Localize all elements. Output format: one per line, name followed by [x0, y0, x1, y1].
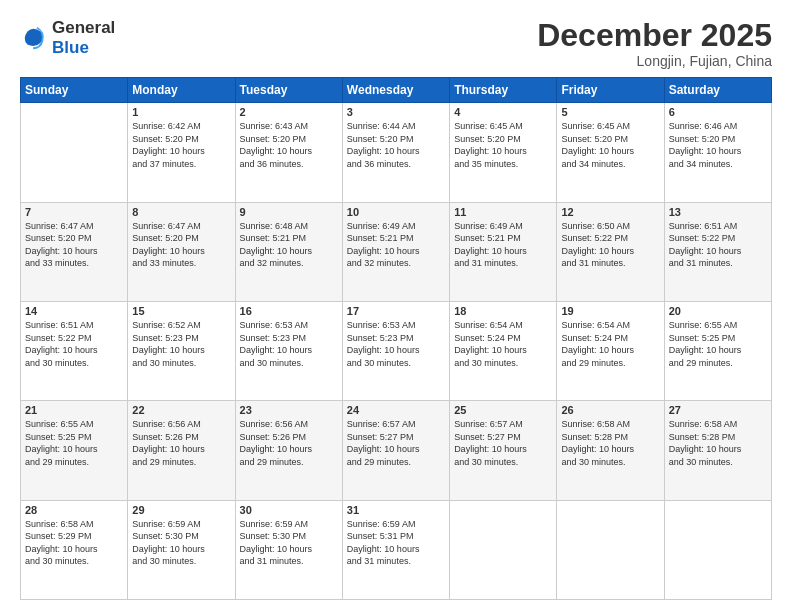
- logo-text: General Blue: [52, 18, 115, 59]
- day-number: 7: [25, 206, 123, 218]
- day-number: 31: [347, 504, 445, 516]
- day-number: 17: [347, 305, 445, 317]
- day-info: Sunrise: 6:46 AM Sunset: 5:20 PM Dayligh…: [669, 120, 767, 170]
- day-info: Sunrise: 6:42 AM Sunset: 5:20 PM Dayligh…: [132, 120, 230, 170]
- day-number: 24: [347, 404, 445, 416]
- calendar-cell: 26Sunrise: 6:58 AM Sunset: 5:28 PM Dayli…: [557, 401, 664, 500]
- day-number: 23: [240, 404, 338, 416]
- day-number: 16: [240, 305, 338, 317]
- calendar-week-row: 21Sunrise: 6:55 AM Sunset: 5:25 PM Dayli…: [21, 401, 772, 500]
- calendar-week-row: 1Sunrise: 6:42 AM Sunset: 5:20 PM Daylig…: [21, 103, 772, 202]
- day-number: 21: [25, 404, 123, 416]
- weekday-header: Thursday: [450, 78, 557, 103]
- calendar-cell: 12Sunrise: 6:50 AM Sunset: 5:22 PM Dayli…: [557, 202, 664, 301]
- calendar-cell: 23Sunrise: 6:56 AM Sunset: 5:26 PM Dayli…: [235, 401, 342, 500]
- day-number: 2: [240, 106, 338, 118]
- day-info: Sunrise: 6:58 AM Sunset: 5:29 PM Dayligh…: [25, 518, 123, 568]
- day-number: 6: [669, 106, 767, 118]
- calendar-cell: 21Sunrise: 6:55 AM Sunset: 5:25 PM Dayli…: [21, 401, 128, 500]
- day-number: 19: [561, 305, 659, 317]
- day-number: 10: [347, 206, 445, 218]
- calendar-cell: 20Sunrise: 6:55 AM Sunset: 5:25 PM Dayli…: [664, 301, 771, 400]
- logo-icon: [20, 24, 48, 52]
- day-info: Sunrise: 6:44 AM Sunset: 5:20 PM Dayligh…: [347, 120, 445, 170]
- day-number: 12: [561, 206, 659, 218]
- calendar-week-row: 7Sunrise: 6:47 AM Sunset: 5:20 PM Daylig…: [21, 202, 772, 301]
- calendar-cell: 4Sunrise: 6:45 AM Sunset: 5:20 PM Daylig…: [450, 103, 557, 202]
- calendar-cell: 31Sunrise: 6:59 AM Sunset: 5:31 PM Dayli…: [342, 500, 449, 599]
- day-info: Sunrise: 6:56 AM Sunset: 5:26 PM Dayligh…: [240, 418, 338, 468]
- day-number: 11: [454, 206, 552, 218]
- day-info: Sunrise: 6:58 AM Sunset: 5:28 PM Dayligh…: [561, 418, 659, 468]
- day-info: Sunrise: 6:57 AM Sunset: 5:27 PM Dayligh…: [454, 418, 552, 468]
- day-info: Sunrise: 6:57 AM Sunset: 5:27 PM Dayligh…: [347, 418, 445, 468]
- calendar-cell: [664, 500, 771, 599]
- day-info: Sunrise: 6:55 AM Sunset: 5:25 PM Dayligh…: [669, 319, 767, 369]
- calendar-cell: 15Sunrise: 6:52 AM Sunset: 5:23 PM Dayli…: [128, 301, 235, 400]
- day-info: Sunrise: 6:49 AM Sunset: 5:21 PM Dayligh…: [454, 220, 552, 270]
- day-number: 20: [669, 305, 767, 317]
- day-info: Sunrise: 6:53 AM Sunset: 5:23 PM Dayligh…: [240, 319, 338, 369]
- weekday-header: Wednesday: [342, 78, 449, 103]
- day-number: 13: [669, 206, 767, 218]
- calendar-cell: 19Sunrise: 6:54 AM Sunset: 5:24 PM Dayli…: [557, 301, 664, 400]
- calendar-cell: 10Sunrise: 6:49 AM Sunset: 5:21 PM Dayli…: [342, 202, 449, 301]
- day-info: Sunrise: 6:58 AM Sunset: 5:28 PM Dayligh…: [669, 418, 767, 468]
- day-number: 27: [669, 404, 767, 416]
- calendar-week-row: 28Sunrise: 6:58 AM Sunset: 5:29 PM Dayli…: [21, 500, 772, 599]
- title-block: December 2025 Longjin, Fujian, China: [537, 18, 772, 69]
- day-info: Sunrise: 6:48 AM Sunset: 5:21 PM Dayligh…: [240, 220, 338, 270]
- calendar-cell: 27Sunrise: 6:58 AM Sunset: 5:28 PM Dayli…: [664, 401, 771, 500]
- day-info: Sunrise: 6:45 AM Sunset: 5:20 PM Dayligh…: [454, 120, 552, 170]
- weekday-header: Friday: [557, 78, 664, 103]
- day-info: Sunrise: 6:51 AM Sunset: 5:22 PM Dayligh…: [25, 319, 123, 369]
- day-info: Sunrise: 6:49 AM Sunset: 5:21 PM Dayligh…: [347, 220, 445, 270]
- page: General Blue December 2025 Longjin, Fuji…: [0, 0, 792, 612]
- day-number: 1: [132, 106, 230, 118]
- calendar-cell: [21, 103, 128, 202]
- day-info: Sunrise: 6:56 AM Sunset: 5:26 PM Dayligh…: [132, 418, 230, 468]
- calendar-week-row: 14Sunrise: 6:51 AM Sunset: 5:22 PM Dayli…: [21, 301, 772, 400]
- calendar-cell: 6Sunrise: 6:46 AM Sunset: 5:20 PM Daylig…: [664, 103, 771, 202]
- weekday-header: Sunday: [21, 78, 128, 103]
- day-number: 15: [132, 305, 230, 317]
- day-info: Sunrise: 6:59 AM Sunset: 5:31 PM Dayligh…: [347, 518, 445, 568]
- weekday-header: Monday: [128, 78, 235, 103]
- day-number: 5: [561, 106, 659, 118]
- calendar-cell: 13Sunrise: 6:51 AM Sunset: 5:22 PM Dayli…: [664, 202, 771, 301]
- calendar-cell: 1Sunrise: 6:42 AM Sunset: 5:20 PM Daylig…: [128, 103, 235, 202]
- day-number: 26: [561, 404, 659, 416]
- weekday-header: Tuesday: [235, 78, 342, 103]
- calendar-cell: 11Sunrise: 6:49 AM Sunset: 5:21 PM Dayli…: [450, 202, 557, 301]
- calendar-cell: 16Sunrise: 6:53 AM Sunset: 5:23 PM Dayli…: [235, 301, 342, 400]
- day-info: Sunrise: 6:54 AM Sunset: 5:24 PM Dayligh…: [454, 319, 552, 369]
- day-info: Sunrise: 6:45 AM Sunset: 5:20 PM Dayligh…: [561, 120, 659, 170]
- calendar-cell: 24Sunrise: 6:57 AM Sunset: 5:27 PM Dayli…: [342, 401, 449, 500]
- calendar-cell: 7Sunrise: 6:47 AM Sunset: 5:20 PM Daylig…: [21, 202, 128, 301]
- day-info: Sunrise: 6:52 AM Sunset: 5:23 PM Dayligh…: [132, 319, 230, 369]
- calendar-cell: 29Sunrise: 6:59 AM Sunset: 5:30 PM Dayli…: [128, 500, 235, 599]
- calendar-cell: 28Sunrise: 6:58 AM Sunset: 5:29 PM Dayli…: [21, 500, 128, 599]
- day-number: 29: [132, 504, 230, 516]
- month-title: December 2025: [537, 18, 772, 53]
- day-number: 14: [25, 305, 123, 317]
- day-number: 30: [240, 504, 338, 516]
- day-number: 8: [132, 206, 230, 218]
- header: General Blue December 2025 Longjin, Fuji…: [20, 18, 772, 69]
- day-number: 22: [132, 404, 230, 416]
- calendar-table: SundayMondayTuesdayWednesdayThursdayFrid…: [20, 77, 772, 600]
- day-number: 18: [454, 305, 552, 317]
- calendar-cell: 18Sunrise: 6:54 AM Sunset: 5:24 PM Dayli…: [450, 301, 557, 400]
- calendar-cell: 8Sunrise: 6:47 AM Sunset: 5:20 PM Daylig…: [128, 202, 235, 301]
- day-number: 25: [454, 404, 552, 416]
- day-info: Sunrise: 6:47 AM Sunset: 5:20 PM Dayligh…: [25, 220, 123, 270]
- logo: General Blue: [20, 18, 115, 59]
- day-info: Sunrise: 6:47 AM Sunset: 5:20 PM Dayligh…: [132, 220, 230, 270]
- calendar-cell: 9Sunrise: 6:48 AM Sunset: 5:21 PM Daylig…: [235, 202, 342, 301]
- location-subtitle: Longjin, Fujian, China: [537, 53, 772, 69]
- day-info: Sunrise: 6:53 AM Sunset: 5:23 PM Dayligh…: [347, 319, 445, 369]
- calendar-cell: 25Sunrise: 6:57 AM Sunset: 5:27 PM Dayli…: [450, 401, 557, 500]
- day-info: Sunrise: 6:43 AM Sunset: 5:20 PM Dayligh…: [240, 120, 338, 170]
- calendar-cell: 2Sunrise: 6:43 AM Sunset: 5:20 PM Daylig…: [235, 103, 342, 202]
- day-number: 3: [347, 106, 445, 118]
